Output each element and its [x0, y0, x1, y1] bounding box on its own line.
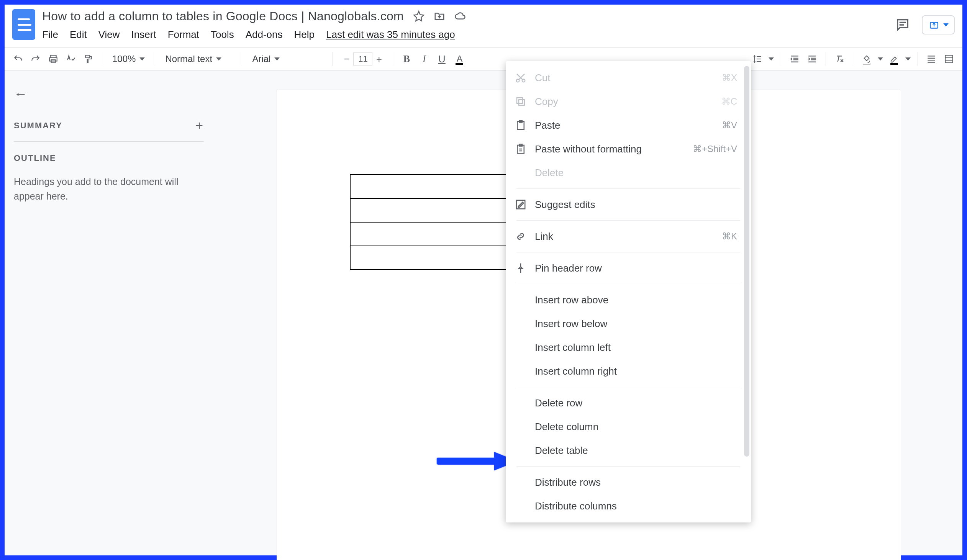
- paste-plain-icon: [515, 143, 526, 155]
- fill-color-button[interactable]: [860, 53, 873, 66]
- copy-icon: [515, 96, 526, 107]
- line-spacing-caret[interactable]: [769, 58, 774, 61]
- collapse-outline-icon[interactable]: ←: [14, 86, 204, 102]
- docs-logo-icon[interactable]: [12, 9, 35, 40]
- comments-icon[interactable]: [895, 17, 910, 33]
- outline-heading: OUTLINE: [14, 153, 204, 163]
- paint-format-button[interactable]: [82, 53, 95, 66]
- line-spacing-button[interactable]: [751, 53, 764, 66]
- menu-file[interactable]: File: [42, 29, 58, 41]
- indent-decrease-button[interactable]: [788, 53, 801, 66]
- ctx-insert-col-left[interactable]: Insert column left: [506, 336, 751, 359]
- indent-increase-button[interactable]: [806, 53, 819, 66]
- ctx-cut: Cut ⌘X: [506, 66, 751, 90]
- menu-format[interactable]: Format: [168, 29, 199, 41]
- ctx-insert-row-above[interactable]: Insert row above: [506, 288, 751, 312]
- paragraph-style-dropdown[interactable]: Normal text: [162, 54, 235, 64]
- cell-options-button[interactable]: [942, 53, 955, 66]
- font-size-value[interactable]: 11: [353, 53, 372, 66]
- ctx-distribute-rows[interactable]: Distribute rows: [506, 470, 751, 494]
- menu-addons[interactable]: Add-ons: [246, 29, 283, 41]
- undo-button[interactable]: [12, 53, 25, 66]
- font-size-decrease[interactable]: −: [340, 53, 353, 66]
- align-button[interactable]: [925, 53, 938, 66]
- sidebar-divider: [14, 141, 204, 142]
- add-summary-button[interactable]: +: [195, 118, 204, 133]
- outline-placeholder: Headings you add to the document will ap…: [14, 175, 204, 203]
- context-menu: Cut ⌘X Copy ⌘C Paste ⌘V Paste without fo…: [506, 61, 751, 522]
- ctx-paste[interactable]: Paste ⌘V: [506, 114, 751, 137]
- menu-tools[interactable]: Tools: [211, 29, 234, 41]
- context-menu-scrollbar[interactable]: [744, 66, 749, 456]
- font-size-increase[interactable]: +: [372, 53, 385, 66]
- outline-sidebar: ← SUMMARY + OUTLINE Headings you add to …: [5, 71, 215, 555]
- underline-button[interactable]: U: [435, 53, 448, 66]
- print-button[interactable]: [47, 53, 60, 66]
- zoom-dropdown[interactable]: 100%: [109, 54, 148, 64]
- ctx-link[interactable]: Link ⌘K: [506, 224, 751, 248]
- ctx-delete-column[interactable]: Delete column: [506, 415, 751, 438]
- summary-heading: SUMMARY: [14, 121, 63, 131]
- border-color-caret[interactable]: [905, 58, 911, 61]
- star-icon[interactable]: [413, 10, 424, 22]
- svg-rect-8: [517, 98, 523, 104]
- last-edit-link[interactable]: Last edit was 35 minutes ago: [326, 29, 455, 41]
- ctx-pin-header[interactable]: Pin header row: [506, 256, 751, 280]
- paste-icon: [515, 120, 526, 131]
- move-folder-icon[interactable]: [434, 10, 445, 22]
- menu-view[interactable]: View: [99, 29, 120, 41]
- ctx-paste-plain[interactable]: Paste without formatting ⌘+Shift+V: [506, 137, 751, 161]
- ctx-suggest-edits[interactable]: Suggest edits: [506, 193, 751, 216]
- redo-button[interactable]: [29, 53, 42, 66]
- link-icon: [515, 231, 526, 242]
- text-color-button[interactable]: A: [453, 53, 466, 66]
- cut-icon: [515, 72, 526, 84]
- clear-formatting-button[interactable]: [833, 53, 846, 66]
- spellcheck-button[interactable]: [64, 53, 78, 66]
- italic-button[interactable]: I: [417, 53, 431, 66]
- ctx-insert-col-right[interactable]: Insert column right: [506, 359, 751, 383]
- ctx-distribute-cols[interactable]: Distribute columns: [506, 494, 751, 518]
- share-button[interactable]: [922, 15, 955, 35]
- suggest-icon: [515, 199, 526, 210]
- ctx-insert-row-below[interactable]: Insert row below: [506, 312, 751, 336]
- menu-edit[interactable]: Edit: [70, 29, 87, 41]
- svg-rect-4: [945, 55, 953, 63]
- cloud-status-icon[interactable]: [454, 10, 466, 22]
- toolbar: 100% Normal text Arial − 11 + B I U A: [5, 48, 962, 71]
- menu-insert[interactable]: Insert: [131, 29, 156, 41]
- font-dropdown[interactable]: Arial: [249, 54, 326, 64]
- font-size-control: − 11 +: [340, 52, 386, 66]
- ctx-copy: Copy ⌘C: [506, 90, 751, 114]
- pin-icon: [515, 262, 526, 274]
- ctx-delete-row[interactable]: Delete row: [506, 391, 751, 415]
- menubar: File Edit View Insert Format Tools Add-o…: [42, 27, 895, 42]
- menu-help[interactable]: Help: [294, 29, 315, 41]
- fill-color-caret[interactable]: [878, 58, 883, 61]
- ctx-delete-table[interactable]: Delete table: [506, 438, 751, 462]
- document-title[interactable]: How to add a column to tables in Google …: [42, 9, 404, 23]
- border-color-button[interactable]: [888, 53, 901, 66]
- bold-button[interactable]: B: [400, 53, 413, 66]
- ctx-delete: Delete: [506, 161, 751, 184]
- svg-rect-7: [519, 100, 525, 105]
- titlebar: How to add a column to tables in Google …: [5, 5, 962, 48]
